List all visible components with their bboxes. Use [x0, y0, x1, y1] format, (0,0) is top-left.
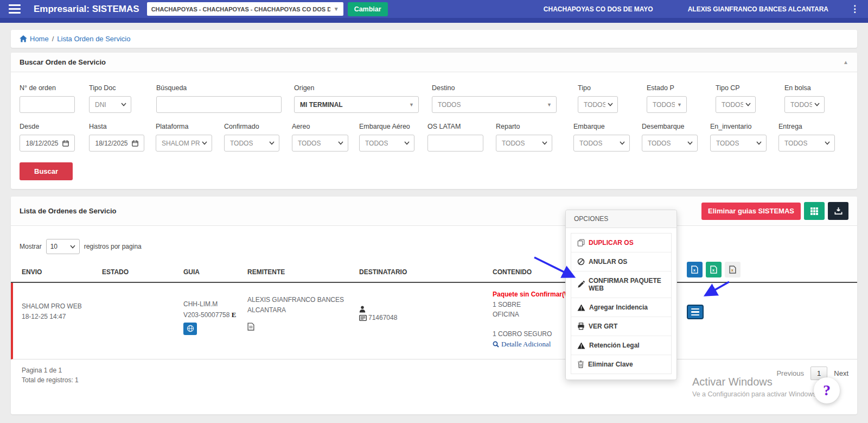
destinatario-phone: 71467048 [368, 313, 397, 323]
n-orden-input[interactable] [20, 96, 75, 113]
embarque-aereo-select[interactable]: TODOS [359, 135, 414, 151]
menu-item-eliminar-clave[interactable]: Eliminar Clave [571, 355, 671, 374]
chevron-down-icon [338, 141, 343, 145]
table-grid-button[interactable] [804, 202, 825, 220]
field-os-latam: OS LATAM [427, 123, 483, 151]
column-header-remitente[interactable]: REMITENTE [247, 268, 359, 276]
en-inventario-select[interactable]: TODOS [710, 135, 767, 151]
export-excel-blue-button[interactable]: x [687, 262, 703, 277]
person-icon [359, 306, 493, 313]
buscar-button[interactable]: Buscar [20, 162, 73, 180]
document-icon[interactable] [247, 323, 359, 331]
opciones-menu: OPCIONES DUPLICAR OS ANULAR OS CONFIRMAR… [565, 210, 677, 380]
row-options-button[interactable] [687, 305, 704, 319]
tipo-cp-select[interactable]: TODOS [716, 96, 756, 113]
column-header-guia[interactable]: GUIA [183, 268, 247, 276]
field-tipo: Tipo TODOS [578, 84, 618, 113]
field-aereo: Aereo TODOS [292, 123, 348, 151]
trash-icon [577, 361, 584, 368]
opciones-menu-title: OPCIONES [566, 210, 676, 228]
remitente-cell: ALEXIS GIANFRANCO BANCES ALCANTARA [247, 295, 359, 350]
user-label: ALEXIS GIANFRANCO BANCES ALCANTARA [688, 5, 828, 13]
desembarque-select[interactable]: TODOS [642, 135, 698, 151]
orders-panel-title: Lista de Ordenes de Servicio [20, 207, 116, 215]
chevron-down-icon [608, 103, 613, 106]
excel-file-icon: x [710, 266, 717, 274]
destinatario-cell: 71467048 [359, 306, 493, 350]
column-header-envio[interactable]: ENVIO [22, 268, 102, 276]
pencil-icon [577, 281, 585, 288]
search-icon [493, 341, 499, 348]
chevron-down-icon [404, 141, 410, 145]
destino-select[interactable]: TODOS ▼ [432, 96, 557, 113]
menu-item-ver-grt[interactable]: VER GRT [571, 317, 671, 336]
column-header-estado[interactable]: ESTADO [102, 268, 183, 276]
tipo-select[interactable]: TODOS [578, 96, 618, 113]
chevron-down-icon [269, 141, 275, 145]
page-size-select[interactable]: 10 [46, 239, 80, 254]
field-desembarque: Desembarque TODOS [642, 123, 698, 151]
field-busqueda: Búsqueda [156, 84, 282, 113]
next-button[interactable]: Next [834, 369, 848, 377]
entrega-select[interactable]: TODOS [778, 135, 835, 151]
field-tipo-doc: Tipo Doc DNI [89, 84, 131, 113]
eliminar-guias-button[interactable]: Eliminar guias SISTEMAS [701, 203, 801, 220]
field-confirmado: Confirmado TODOS [224, 123, 279, 151]
busqueda-input[interactable] [156, 96, 282, 113]
globe-icon [187, 325, 194, 332]
reparto-select[interactable]: TODOS [496, 135, 552, 151]
chevron-down-icon [121, 103, 126, 106]
tipo-doc-select[interactable]: DNI [89, 96, 131, 113]
order-row[interactable]: SHALOM PRO WEB 18-12-25 14:47 CHH-LIM.M … [11, 283, 857, 359]
calendar-icon[interactable] [62, 140, 69, 147]
guia-tag: E [232, 311, 237, 319]
menu-item-confirmar-paquete-web[interactable]: CONFIRMAR PAQUETE WEB [571, 272, 671, 298]
search-panel-header: Buscar Orden de Servicio ▲ [11, 53, 857, 72]
breadcrumb-current-link[interactable]: Lista Orden de Servicio [57, 35, 130, 43]
app-title: Empresarial: SISTEMAS [34, 4, 139, 15]
os-latam-input[interactable] [427, 135, 483, 151]
home-icon [20, 35, 27, 42]
field-origen: Origen MI TERMINAL ▼ [294, 84, 419, 113]
menu-item-anular-os[interactable]: ANULAR OS [571, 252, 671, 272]
dropdown-arrow-icon: ▼ [409, 102, 414, 108]
origen-select[interactable]: MI TERMINAL ▼ [294, 96, 419, 113]
calendar-icon[interactable] [132, 140, 138, 147]
web-origin-button[interactable] [183, 323, 197, 335]
export-excel-gray-button[interactable]: x [725, 262, 741, 277]
chevron-down-icon [202, 141, 207, 145]
field-en-bolsa: En bolsa TODOS [784, 84, 825, 113]
desde-date-input[interactable]: 18/12/2025 [20, 135, 75, 151]
estado-p-select[interactable]: TODOS ▼ [647, 96, 687, 113]
field-tipo-cp: Tipo CP TODOS [716, 84, 756, 113]
field-reparto: Reparto TODOS [496, 123, 552, 151]
confirmado-select[interactable]: TODOS [224, 135, 279, 151]
breadcrumb-home-link[interactable]: Home [20, 35, 49, 43]
en-bolsa-select[interactable]: TODOS [784, 96, 825, 113]
chevron-down-icon [687, 141, 693, 145]
svg-text:x: x [712, 268, 715, 273]
export-excel-green-button[interactable]: x [706, 262, 722, 277]
branch-select-value: CHACHAPOYAS - CHACHAPOYAS - CHACHAPOYAS … [151, 6, 330, 12]
aereo-select[interactable]: TODOS [292, 135, 348, 151]
printer-icon [577, 323, 585, 330]
menu-item-agregar-incidencia[interactable]: Agregar Incidencia [571, 298, 671, 317]
column-header-destinatario[interactable]: DESTINATARIO [359, 268, 493, 276]
warning-icon [577, 342, 585, 349]
menu-icon[interactable] [9, 4, 21, 14]
menu-item-duplicar-os[interactable]: DUPLICAR OS [571, 233, 671, 252]
field-n-orden: N° de orden [20, 84, 75, 113]
kebab-menu-icon[interactable]: ⋮ [850, 4, 859, 14]
cambiar-button[interactable]: Cambiar [348, 2, 388, 16]
download-button[interactable] [828, 202, 848, 220]
hasta-date-input[interactable]: 18/12/2025 [89, 135, 144, 151]
embarque-select[interactable]: TODOS [573, 135, 630, 151]
branch-select[interactable]: CHACHAPOYAS - CHACHAPOYAS - CHACHAPOYAS … [147, 2, 343, 16]
help-button[interactable]: ? [814, 377, 840, 403]
top-navbar: Empresarial: SISTEMAS CHACHAPOYAS - CHAC… [0, 0, 868, 18]
collapse-caret-icon[interactable]: ▲ [843, 59, 848, 65]
menu-item-retencion-legal[interactable]: Retención Legal [571, 336, 671, 355]
field-embarque-aereo: Embarque Aéreo TODOS [359, 123, 414, 151]
chevron-down-icon [542, 141, 547, 145]
plataforma-select[interactable]: SHALOM PR [156, 135, 212, 151]
